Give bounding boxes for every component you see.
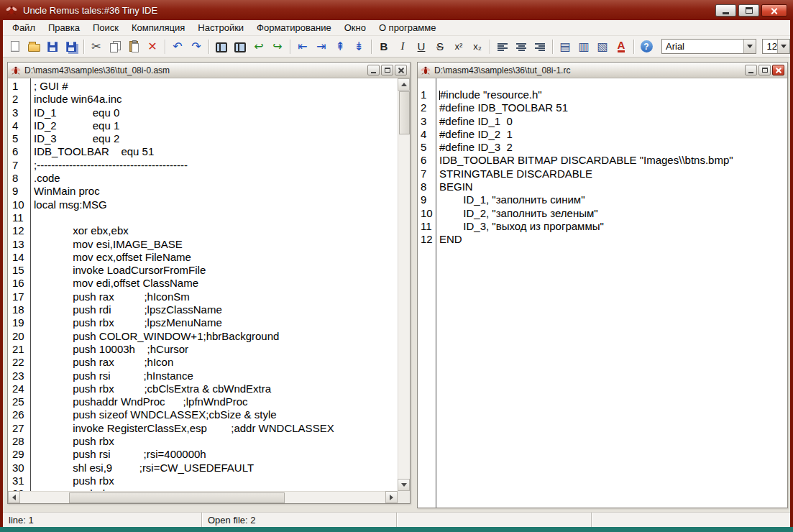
font-family-dropdown-button[interactable] <box>743 40 756 53</box>
code-line[interactable]: push rbx <box>34 474 398 487</box>
help-button[interactable]: ? <box>638 38 655 55</box>
tile-horizontal-button[interactable]: ▤ <box>556 38 574 55</box>
asm-close-button[interactable] <box>395 65 407 75</box>
menu-item[interactable]: Форматирование <box>250 20 338 35</box>
find-next-button[interactable]: ↪ <box>269 38 286 55</box>
code-line[interactable]: mov ecx,offset FileName <box>34 251 398 264</box>
menu-item[interactable]: О программе <box>372 20 443 35</box>
asm-maximize-button[interactable] <box>381 65 393 75</box>
rc-window-titlebar[interactable]: D:\masm43\samples\36\tut_08i-1.rc <box>418 63 787 78</box>
minimize-button[interactable] <box>715 4 736 17</box>
code-line[interactable]: push rax ;hIcon <box>34 356 398 369</box>
subscript-button[interactable]: x₂ <box>469 38 486 55</box>
align-center-button[interactable] <box>513 38 530 55</box>
find-replace-button[interactable] <box>232 38 249 55</box>
rc-minimize-button[interactable] <box>745 65 757 75</box>
code-line[interactable]: push sizeof WNDCLASSEX;cbSize & style <box>34 408 398 421</box>
delete-button[interactable]: ✕ <box>144 38 161 55</box>
menu-item[interactable]: Компиляция <box>125 20 191 35</box>
code-line[interactable]: END <box>439 233 787 246</box>
code-line[interactable]: ID_2, "заполнить зеленым" <box>439 207 787 220</box>
code-line[interactable]: invoke RegisterClassEx,esp ;addr WNDCLAS… <box>34 422 398 435</box>
code-area[interactable]: ; GUI #include win64a.incID_1 equ 0ID_2 … <box>31 78 398 491</box>
scroll-up-button[interactable] <box>398 78 410 91</box>
font-color-button[interactable]: A <box>613 38 630 55</box>
paste-button[interactable] <box>125 38 142 55</box>
copy-button[interactable] <box>106 38 124 55</box>
code-line[interactable]: include win64a.inc <box>34 93 398 106</box>
code-line[interactable]: push rbx <box>34 435 398 448</box>
menu-item[interactable]: Настройки <box>191 20 250 35</box>
menu-item[interactable]: Окно <box>338 20 372 35</box>
code-line[interactable]: IDB_TOOLBAR equ 51 <box>34 145 398 158</box>
font-family-select[interactable]: Arial <box>661 39 756 54</box>
indent-button[interactable]: ⇥ <box>313 38 330 55</box>
code-line[interactable]: .code <box>34 172 398 185</box>
code-line[interactable]: invoke LoadCursorFromFile <box>34 264 398 277</box>
cascade-button[interactable]: ▧ <box>594 38 611 55</box>
font-size-dropdown-button[interactable] <box>777 40 789 53</box>
code-line[interactable]: #define IDB_TOOLBAR 51 <box>439 101 787 114</box>
code-line[interactable]: ID_1, "заполнить синим" <box>439 193 787 206</box>
code-line[interactable]: ID_2 equ 1 <box>34 119 398 132</box>
code-line[interactable]: push 10003h ;hCursor <box>34 343 398 356</box>
horizontal-scroll-thumb[interactable] <box>69 492 285 503</box>
code-area[interactable]: #include "resource.h"#define IDB_TOOLBAR… <box>436 78 787 508</box>
code-line[interactable]: mov edi,offset ClassName <box>34 277 398 290</box>
asm-minimize-button[interactable] <box>367 65 380 75</box>
find-previous-button[interactable]: ↩ <box>250 38 267 55</box>
undo-button[interactable]: ↶ <box>169 38 186 55</box>
code-line[interactable]: push rsi ;hInstance <box>34 370 398 382</box>
close-button[interactable] <box>761 4 787 17</box>
code-line[interactable]: push rdi ;lpszClassName <box>34 303 398 316</box>
bold-button[interactable]: B <box>375 38 393 55</box>
vertical-scroll-thumb[interactable] <box>399 91 410 134</box>
code-line[interactable]: WinMain proc <box>34 185 398 198</box>
asm-window-titlebar[interactable]: D:\masm43\samples\36\tut_08i-0.asm <box>8 63 410 78</box>
scroll-right-button[interactable] <box>385 491 398 503</box>
indent-hanging-button[interactable]: ⇟ <box>350 38 367 55</box>
code-line[interactable]: push rbx ;cbClsExtra & cbWndExtra <box>34 382 398 395</box>
code-line[interactable]: #include "resource.h" <box>439 88 787 101</box>
menu-item[interactable]: Файл <box>6 20 42 35</box>
code-line[interactable]: #define ID_3 2 <box>439 141 787 154</box>
strikethrough-button[interactable]: S <box>431 38 449 55</box>
horizontal-scrollbar[interactable] <box>8 491 398 503</box>
italic-button[interactable]: I <box>394 38 411 55</box>
scroll-down-button[interactable] <box>398 479 410 491</box>
code-line[interactable]: ID_3, "выход из программы" <box>439 220 787 233</box>
code-line[interactable]: #define ID_2 1 <box>439 128 787 141</box>
maximize-button[interactable] <box>738 4 759 17</box>
code-line[interactable]: mov esi,IMAGE_BASE <box>34 238 398 251</box>
rc-close-button[interactable] <box>772 65 784 75</box>
indent-first-line-button[interactable]: ⇞ <box>331 38 349 55</box>
code-line[interactable]: #define ID_1 0 <box>439 115 787 128</box>
code-line[interactable]: ID_1 equ 0 <box>34 106 398 119</box>
vertical-scrollbar[interactable] <box>398 78 410 491</box>
find-button[interactable] <box>213 38 230 55</box>
outdent-button[interactable]: ⇤ <box>294 38 311 55</box>
save-button[interactable] <box>44 38 61 55</box>
code-line[interactable]: push rsi ;rsi=400000h <box>34 448 398 461</box>
code-line[interactable]: push rax ;hIconSm <box>34 290 398 303</box>
scroll-left-button[interactable] <box>8 491 20 503</box>
code-line[interactable]: push rbx ;lpszMenuName <box>34 316 398 329</box>
code-line[interactable]: ID_3 equ 2 <box>34 132 398 145</box>
cut-button[interactable]: ✂ <box>88 38 105 55</box>
save-all-button[interactable] <box>63 38 80 55</box>
code-line[interactable]: BEGIN <box>439 180 787 193</box>
code-line[interactable]: STRINGTABLE DISCARDABLE <box>439 168 787 180</box>
code-line[interactable]: shl esi,9 ;rsi=CW_USEDEFAULT <box>34 462 398 474</box>
align-left-button[interactable] <box>494 38 511 55</box>
new-button[interactable] <box>6 38 24 55</box>
font-size-select[interactable]: 12 <box>762 39 790 54</box>
open-button[interactable] <box>25 38 42 55</box>
code-line[interactable]: local msg:MSG <box>34 198 398 211</box>
redo-button[interactable]: ↷ <box>188 38 205 55</box>
code-line[interactable]: pushaddr WndProc ;lpfnWndProc <box>34 395 398 408</box>
code-line[interactable]: push COLOR_WINDOW+1;hbrBackground <box>34 330 398 343</box>
tile-vertical-button[interactable]: ▥ <box>575 38 592 55</box>
superscript-button[interactable]: x² <box>450 38 467 55</box>
align-right-button[interactable] <box>531 38 549 55</box>
rc-maximize-button[interactable] <box>758 65 771 75</box>
